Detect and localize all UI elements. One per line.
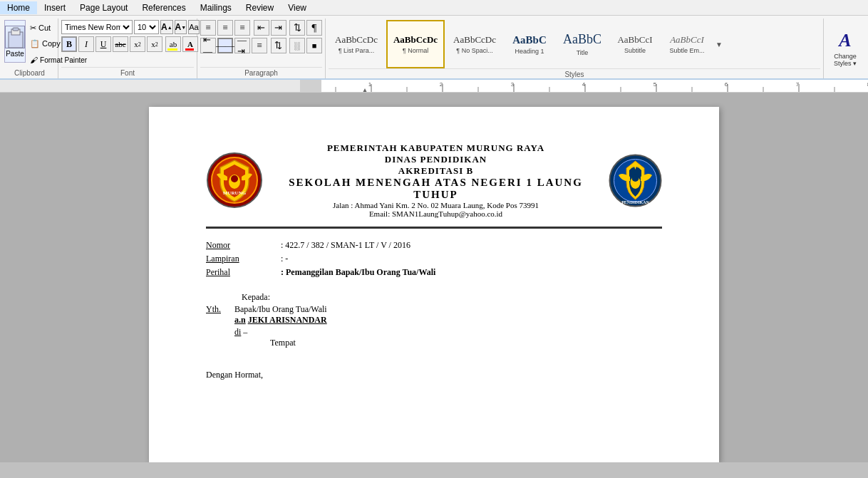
paragraph-group: ≡ ≡ ≡ ⇤ ⇥ ⇅ ¶ ⇤— —— —⇥ ≡ ⇅ ░ ■ Paragraph (197, 19, 326, 78)
line-spacing-button[interactable]: ⇅ (271, 38, 286, 53)
tempat-line: Tempat (270, 338, 662, 348)
strikethrough-button[interactable]: abc (113, 36, 128, 52)
font-row2: B I U abc x2 x2 ab A (61, 36, 194, 52)
align-right-button[interactable]: —⇥ (234, 38, 250, 53)
svg-text:6: 6 (725, 81, 728, 88)
multilevel-button[interactable]: ≡ (234, 20, 250, 36)
font-group-label: Font (61, 67, 194, 77)
kepada-section: Kepada: Yth. Bapak/Ibu Orang Tua/Wali a.… (206, 292, 662, 348)
bold-button[interactable]: B (61, 36, 77, 52)
style-no-spacing[interactable]: AaBbCcDc ¶ No Spaci... (447, 20, 502, 68)
nomor-label: Nomor (206, 240, 263, 251)
borders-button[interactable]: ■ (306, 38, 322, 53)
align-left-button[interactable]: ⇤— (200, 38, 216, 53)
paragraph-group-label: Paragraph (200, 67, 322, 77)
font-group: Times New Rom 10 A▲ A▼ Aa B I U abc x2 x… (58, 19, 197, 78)
styles-row: AaBbCcDc ¶ List Para... AaBbCcDc ¶ Norma… (329, 20, 820, 68)
style-list-para-label: ¶ List Para... (339, 47, 374, 54)
style-subtle-emphasis-label: Subtle Em... (669, 47, 704, 54)
svg-point-39 (632, 175, 639, 182)
styles-scroll-button[interactable]: ▼ (714, 41, 724, 48)
logo-left: MURUNG (206, 152, 263, 209)
perihal-label: Perihal (206, 267, 263, 278)
lh-title4: SEKOLAH MENENGAH ATAS NEGERI 1 LAUNG TUH… (277, 177, 594, 201)
yth-name: JEKI ARISNANDAR (248, 315, 327, 325)
shading-button[interactable]: ░ (289, 38, 305, 53)
bullets-button[interactable]: ≡ (200, 20, 216, 36)
style-normal-label: ¶ Normal (403, 47, 428, 54)
menu-review[interactable]: Review (239, 1, 281, 14)
ruler-inner: 1 2 3 4 5 6 7 8 (300, 80, 868, 92)
change-styles-button[interactable]: A ChangeStyles ▾ (824, 19, 867, 78)
justify-button[interactable]: ≡ (252, 38, 267, 53)
svg-text:1: 1 (368, 81, 372, 88)
lampiran-value: : - (281, 254, 662, 264)
clipboard-group: Paste ✂ Cut 📋 Copy 🖌 Format Painter Clip… (1, 19, 58, 78)
italic-button[interactable]: I (78, 36, 94, 52)
ruler: 1 2 3 4 5 6 7 8 (0, 80, 868, 93)
font-shrink-button[interactable]: A▼ (175, 20, 187, 34)
font-grow-button[interactable]: A▲ (160, 20, 173, 34)
font-name-select[interactable]: Times New Rom (61, 20, 133, 34)
svg-text:7: 7 (796, 81, 800, 88)
menu-view[interactable]: View (281, 1, 314, 14)
style-title-label: Title (577, 49, 589, 56)
increase-indent-button[interactable]: ⇥ (271, 20, 286, 36)
nomor-field: Nomor : 422.7 / 382 / SMAN-1 LT / V / 20… (206, 240, 662, 251)
lampiran-label: Lampiran (206, 254, 263, 264)
style-title[interactable]: AaBbC Title (557, 20, 608, 68)
style-subtitle[interactable]: AaBbCcI Subtitle (610, 20, 660, 68)
underline-button[interactable]: U (95, 36, 111, 52)
yth-line1: Bapak/Ibu Orang Tua/Wali (234, 304, 327, 315)
align-center-button[interactable]: —— (217, 38, 233, 53)
show-marks-button[interactable]: ¶ (306, 20, 322, 36)
style-list-para-preview: AaBbCcDc (335, 34, 378, 46)
text-highlight-button[interactable]: ab (165, 36, 181, 52)
subscript-button[interactable]: x2 (130, 36, 145, 52)
style-list-para[interactable]: AaBbCcDc ¶ List Para... (329, 20, 384, 68)
di-line: di – (234, 327, 662, 338)
styles-group-label: Styles (329, 68, 820, 78)
copy-icon: 📋 (30, 39, 40, 48)
menu-insert[interactable]: Insert (37, 1, 73, 14)
numbering-button[interactable]: ≡ (217, 20, 233, 36)
menu-references[interactable]: References (135, 1, 192, 14)
perihal-value: : Pemanggilan Bapak/Ibu Orang Tua/Wali (281, 267, 662, 278)
menu-mailings[interactable]: Mailings (193, 1, 239, 14)
svg-text:2: 2 (440, 81, 443, 88)
svg-point-34 (231, 175, 238, 182)
font-color-button[interactable]: A (182, 36, 198, 52)
style-normal[interactable]: AaBbCcDc ¶ Normal (386, 20, 445, 68)
lampiran-field: Lampiran : - (206, 254, 662, 264)
para-row2: ⇤— —— —⇥ ≡ ⇅ ░ ■ (200, 38, 322, 53)
decrease-indent-button[interactable]: ⇤ (254, 20, 269, 36)
nomor-value: : 422.7 / 382 / SMAN-1 LT / V / 2016 (281, 240, 662, 251)
letter-body[interactable]: Nomor : 422.7 / 382 / SMAN-1 LT / V / 20… (206, 240, 662, 380)
yth-label: Yth. (206, 304, 234, 315)
menu-home[interactable]: Home (0, 1, 37, 14)
style-no-spacing-label: ¶ No Spaci... (456, 47, 492, 54)
sort-button[interactable]: ⇅ (289, 20, 305, 36)
style-heading1[interactable]: AaBbC Heading 1 (505, 20, 554, 68)
menu-page-layout[interactable]: Page Layout (73, 1, 135, 14)
lh-email: Email: SMAN1LaungTuhup@yahoo.co.id (277, 209, 594, 218)
style-subtitle-label: Subtitle (624, 47, 646, 54)
paste-button[interactable]: Paste (4, 20, 26, 63)
di-dash: – (243, 327, 247, 337)
paste-label: Paste (6, 50, 24, 58)
style-subtle-emphasis[interactable]: AaBbCcI Subtle Em... (662, 20, 712, 68)
font-size-select[interactable]: 10 (134, 20, 159, 34)
styles-group: AaBbCcDc ¶ List Para... AaBbCcDc ¶ Norma… (326, 19, 824, 78)
logo-right: PENDIDIKAN (609, 154, 662, 207)
svg-text:5: 5 (653, 81, 657, 88)
para-row1: ≡ ≡ ≡ ⇤ ⇥ ⇅ ¶ (200, 20, 322, 36)
change-styles-label: ChangeStyles ▾ (834, 53, 857, 67)
style-heading1-label: Heading 1 (515, 48, 544, 55)
yth-line2: a.n JEKI ARISNANDAR (234, 315, 327, 326)
document-area[interactable]: MURUNG PEMERINTAH KABUPATEN MURUNG RAYA … (0, 93, 868, 462)
change-styles-icon: A (839, 30, 851, 51)
format-painter-icon: 🖌 (30, 56, 38, 64)
style-no-spacing-preview: AaBbCcDc (453, 34, 496, 46)
superscript-button[interactable]: x2 (147, 36, 162, 52)
paste-icon (5, 26, 25, 48)
